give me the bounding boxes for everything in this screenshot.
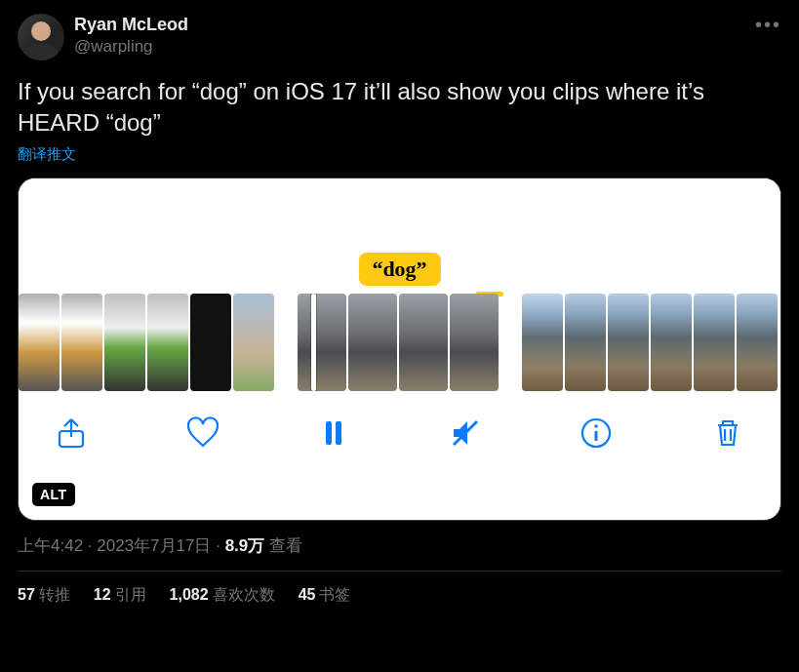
more-options-button[interactable]: ••• <box>755 14 781 36</box>
playhead[interactable] <box>311 294 316 391</box>
clip-thumbnail <box>104 294 145 391</box>
avatar[interactable] <box>18 14 64 60</box>
tweet-text: If you search for “dog” on iOS 17 it’ll … <box>18 76 781 139</box>
clip-group <box>522 294 778 391</box>
svg-point-5 <box>595 424 599 428</box>
translate-link[interactable]: 翻译推文 <box>18 145 76 164</box>
views-count: 8.9万 <box>225 536 265 555</box>
author-names[interactable]: Ryan McLeod @warpling <box>74 14 188 57</box>
likes-stat[interactable]: 1,082喜欢次数 <box>170 585 275 606</box>
svg-rect-1 <box>326 421 332 445</box>
mute-icon[interactable] <box>448 415 483 451</box>
clip-thumbnail <box>737 294 778 391</box>
clip-thumbnail <box>233 294 274 391</box>
clip-group-active <box>298 294 499 391</box>
trash-icon[interactable] <box>710 415 745 451</box>
clip-group <box>19 294 274 391</box>
tweet-time: 上午4:42 <box>18 536 83 555</box>
clip-thumbnail <box>694 294 735 391</box>
media-toolbar <box>19 391 780 475</box>
clip-thumbnail <box>19 294 60 391</box>
tweet-meta[interactable]: 上午4:42 · 2023年7月17日 · 8.9万 查看 <box>18 534 781 572</box>
clip-thumbnail <box>651 294 692 391</box>
tweet-stats: 57转推 12引用 1,082喜欢次数 45书签 <box>18 572 781 619</box>
media-top-area: “dog” <box>19 178 780 294</box>
user-handle: @warpling <box>74 36 188 57</box>
tweet-container: ••• Ryan McLeod @warpling If you search … <box>0 0 799 619</box>
clip-thumbnail <box>61 294 102 391</box>
tweet-date: 2023年7月17日 <box>97 536 211 555</box>
caption-tag: “dog” <box>358 253 440 286</box>
clip-thumbnail <box>565 294 606 391</box>
clip-thumbnail <box>399 294 448 391</box>
clip-thumbnail <box>522 294 563 391</box>
retweets-stat[interactable]: 57转推 <box>18 585 70 606</box>
share-icon[interactable] <box>54 415 89 451</box>
info-icon[interactable] <box>579 415 614 451</box>
clip-thumbnail <box>298 294 346 391</box>
views-label: 查看 <box>264 536 302 555</box>
alt-badge[interactable]: ALT <box>32 483 75 506</box>
display-name: Ryan McLeod <box>74 14 188 36</box>
tweet-header: Ryan McLeod @warpling <box>18 14 781 60</box>
clip-thumbnail <box>190 294 231 391</box>
clip-thumbnail <box>147 294 188 391</box>
clip-thumbnail <box>450 294 499 391</box>
video-timeline[interactable] <box>19 294 780 391</box>
clip-thumbnail <box>348 294 397 391</box>
quotes-stat[interactable]: 12引用 <box>94 585 146 606</box>
svg-rect-2 <box>336 421 341 445</box>
pause-icon[interactable] <box>316 415 351 451</box>
bookmarks-stat[interactable]: 45书签 <box>299 585 351 606</box>
heart-icon[interactable] <box>185 415 220 451</box>
media-attachment[interactable]: “dog” <box>18 178 781 521</box>
clip-thumbnail <box>608 294 649 391</box>
